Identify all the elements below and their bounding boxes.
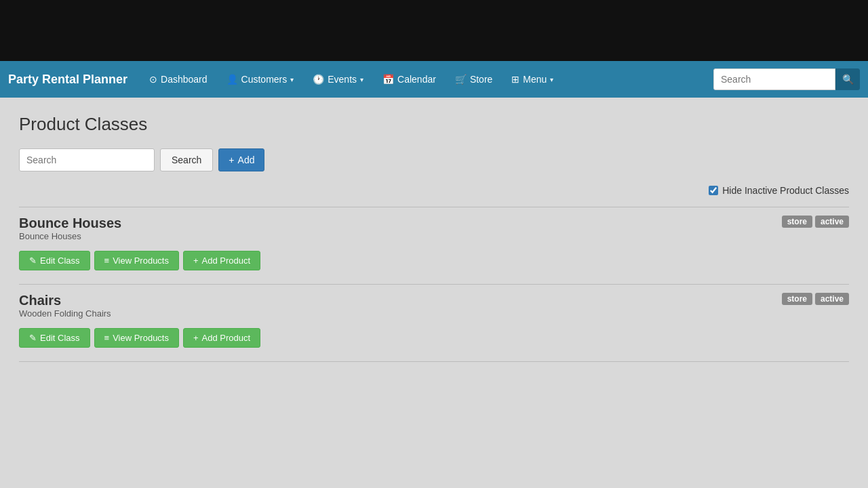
nav-label-events: Events xyxy=(328,74,357,85)
menu-caret-icon: ▾ xyxy=(550,76,553,83)
bounce-houses-header: Bounce Houses Bounce Houses store active xyxy=(19,216,849,248)
nav-label-calendar: Calendar xyxy=(397,74,436,85)
nav-label-menu: Menu xyxy=(523,74,547,85)
chairs-active-badge: active xyxy=(815,293,849,305)
chairs-header: Chairs Wooden Folding Chairs store activ… xyxy=(19,293,849,325)
nav-item-store[interactable]: 🛒 Store xyxy=(447,70,500,89)
chairs-view-button[interactable]: ≡ View Products xyxy=(94,328,179,348)
calendar-icon: 📅 xyxy=(382,74,394,85)
navbar: Party Rental Planner ⊙ Dashboard 👤 Custo… xyxy=(0,61,868,98)
product-class-chairs: Chairs Wooden Folding Chairs store activ… xyxy=(19,293,849,361)
hide-inactive-checkbox[interactable] xyxy=(709,186,718,195)
chairs-desc: Wooden Folding Chairs xyxy=(19,308,111,319)
list-icon: ≡ xyxy=(104,256,110,266)
add-label: Add xyxy=(238,155,255,165)
nav-item-events[interactable]: 🕐 Events ▾ xyxy=(304,70,372,89)
bounce-houses-edit-button[interactable]: ✎ Edit Class xyxy=(19,251,90,270)
main-content: Product Classes Search + Add Hide Inacti… xyxy=(0,98,868,488)
chairs-badges: store active xyxy=(782,293,849,305)
chairs-add-product-button[interactable]: + Add Product xyxy=(183,328,260,348)
store-icon: 🛒 xyxy=(455,74,467,85)
bounce-houses-store-badge: store xyxy=(782,216,812,228)
events-icon: 🕐 xyxy=(313,74,324,85)
dashboard-icon: ⊙ xyxy=(149,74,157,85)
nav-label-customers: Customers xyxy=(241,74,288,85)
chairs-name: Chairs xyxy=(19,293,111,308)
search-button[interactable]: Search xyxy=(160,148,213,171)
add-product-label: Add Product xyxy=(202,256,251,266)
bounce-houses-desc: Bounce Houses xyxy=(19,231,121,241)
customers-icon: 👤 xyxy=(226,74,238,85)
bounce-houses-actions: ✎ Edit Class ≡ View Products + Add Produ… xyxy=(19,251,849,270)
plus-icon: + xyxy=(229,155,234,165)
navbar-search-button[interactable]: 🔍 xyxy=(835,68,860,90)
customers-caret-icon: ▾ xyxy=(290,76,294,83)
top-black-bar xyxy=(0,0,868,61)
chairs-edit-label: Edit Class xyxy=(40,333,80,343)
bounce-houses-badges: store active xyxy=(782,216,849,228)
chairs-edit-button[interactable]: ✎ Edit Class xyxy=(19,328,90,348)
bounce-houses-add-product-button[interactable]: + Add Product xyxy=(183,251,260,270)
add-product-icon: + xyxy=(193,256,199,266)
navbar-nav: ⊙ Dashboard 👤 Customers ▾ 🕐 Events ▾ 📅 C… xyxy=(141,70,713,89)
bounce-houses-left: Bounce Houses Bounce Houses xyxy=(19,216,121,248)
divider-2 xyxy=(19,284,849,285)
events-caret-icon: ▾ xyxy=(360,76,363,83)
edit-label: Edit Class xyxy=(40,256,80,266)
edit-icon: ✎ xyxy=(29,256,37,266)
nav-item-menu[interactable]: ⊞ Menu ▾ xyxy=(503,70,561,89)
divider-1 xyxy=(19,207,849,207)
nav-label-dashboard: Dashboard xyxy=(161,74,208,85)
chairs-left: Chairs Wooden Folding Chairs xyxy=(19,293,111,325)
bounce-houses-view-button[interactable]: ≡ View Products xyxy=(94,251,179,270)
nav-item-calendar[interactable]: 📅 Calendar xyxy=(374,70,444,89)
navbar-brand: Party Rental Planner xyxy=(8,73,127,87)
nav-item-customers[interactable]: 👤 Customers ▾ xyxy=(218,70,302,89)
bounce-houses-name: Bounce Houses xyxy=(19,216,121,231)
divider-3 xyxy=(19,361,849,362)
navbar-search: 🔍 xyxy=(713,68,860,90)
nav-item-dashboard[interactable]: ⊙ Dashboard xyxy=(141,70,216,89)
chairs-store-badge: store xyxy=(782,293,812,305)
search-input[interactable] xyxy=(19,148,155,171)
chairs-add-product-label: Add Product xyxy=(202,333,251,343)
nav-label-store: Store xyxy=(470,74,492,85)
page-title: Product Classes xyxy=(19,114,849,135)
filter-row: Hide Inactive Product Classes xyxy=(19,185,849,196)
navbar-search-input[interactable] xyxy=(713,68,835,90)
bounce-houses-active-badge: active xyxy=(815,216,849,228)
chairs-view-label: View Products xyxy=(113,333,169,343)
chairs-list-icon: ≡ xyxy=(104,333,110,343)
chairs-actions: ✎ Edit Class ≡ View Products + Add Produ… xyxy=(19,328,849,348)
chairs-add-icon: + xyxy=(193,333,199,343)
search-row: Search + Add xyxy=(19,148,849,171)
add-button[interactable]: + Add xyxy=(218,148,264,171)
chairs-edit-icon: ✎ xyxy=(29,333,37,343)
hide-inactive-label: Hide Inactive Product Classes xyxy=(722,185,849,196)
view-label: View Products xyxy=(113,256,169,266)
menu-icon: ⊞ xyxy=(511,74,519,85)
product-class-bounce-houses: Bounce Houses Bounce Houses store active… xyxy=(19,216,849,284)
